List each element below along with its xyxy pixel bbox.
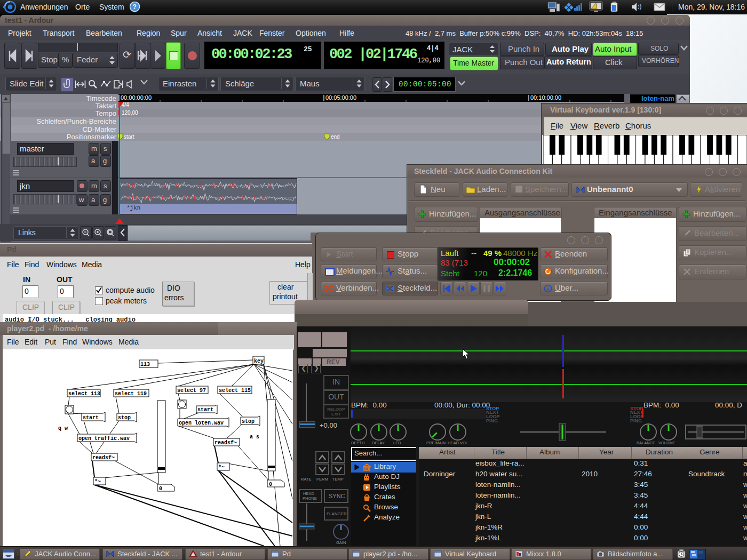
svg-text:HEAD: HEAD [303, 491, 314, 496]
svg-text:113: 113 [140, 362, 150, 367]
svg-text:SYNC: SYNC [329, 493, 345, 499]
svg-text:TEMP: TEMP [332, 477, 344, 482]
svg-text:stop: stop [242, 419, 255, 425]
svg-text:a s: a s [250, 434, 259, 440]
svg-text:stop: stop [118, 415, 131, 421]
svg-text:PERM: PERM [316, 477, 328, 482]
svg-text:open traffic.wav: open traffic.wav [78, 436, 130, 442]
svg-text:start: start [197, 407, 213, 413]
svg-text:select 115: select 115 [219, 388, 251, 394]
svg-text:select 97: select 97 [177, 388, 206, 394]
svg-text:RATE: RATE [301, 477, 311, 482]
svg-text:start: start [83, 415, 99, 421]
svg-text:readsf~: readsf~ [214, 440, 237, 446]
svg-text:q w: q w [58, 426, 68, 431]
svg-text:select 113: select 113 [68, 391, 100, 397]
svg-text:0: 0 [159, 486, 162, 492]
svg-text:0: 0 [269, 482, 272, 487]
svg-text:PHONE: PHONE [303, 496, 317, 501]
svg-text:*~: *~ [94, 479, 101, 485]
svg-text:*~: *~ [218, 465, 225, 470]
svg-text:readsf~: readsf~ [92, 455, 115, 461]
svg-text:open loten.wav: open loten.wav [179, 420, 224, 426]
svg-text:GAIN: GAIN [336, 540, 346, 545]
svg-text:key: key [254, 358, 264, 364]
svg-text:?: ? [133, 3, 137, 11]
svg-text:select 119: select 119 [115, 391, 147, 397]
svg-text:FLANGER: FLANGER [327, 511, 347, 516]
